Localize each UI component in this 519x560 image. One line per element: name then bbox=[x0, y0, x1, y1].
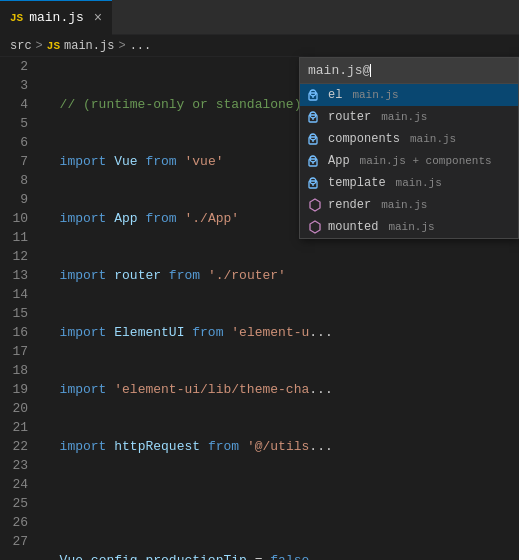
autocomplete-dropdown[interactable]: main.js@ el main.js router main.js bbox=[299, 57, 519, 239]
editor: 2 3 4 5 6 7 8 9 10 11 12 13 14 15 16 17 … bbox=[0, 57, 519, 560]
item-label-app: App bbox=[328, 154, 350, 168]
item-source-mounted: main.js bbox=[388, 221, 434, 233]
autocomplete-item-app[interactable]: App main.js + components bbox=[300, 150, 518, 172]
item-source-template: main.js bbox=[396, 177, 442, 189]
key-icon-router bbox=[308, 110, 322, 124]
autocomplete-item-el[interactable]: el main.js bbox=[300, 84, 518, 106]
key-icon-template bbox=[308, 176, 322, 190]
key-icon-components bbox=[308, 132, 322, 146]
tab-bar: JS main.js × bbox=[0, 0, 519, 35]
item-source-render: main.js bbox=[381, 199, 427, 211]
hex-icon-mounted bbox=[308, 220, 322, 234]
breadcrumb-js-icon: JS bbox=[47, 40, 60, 52]
item-label-mounted: mounted bbox=[328, 220, 378, 234]
code-line-7: import 'element-ui/lib/theme-cha... bbox=[44, 380, 519, 399]
item-label-components: components bbox=[328, 132, 400, 146]
item-source-router: main.js bbox=[381, 111, 427, 123]
item-label-render: render bbox=[328, 198, 371, 212]
line-numbers: 2 3 4 5 6 7 8 9 10 11 12 13 14 15 16 17 … bbox=[0, 57, 36, 560]
breadcrumb-file: main.js bbox=[64, 39, 114, 53]
breadcrumb-src: src bbox=[10, 39, 32, 53]
item-source-el: main.js bbox=[352, 89, 398, 101]
code-line-5: import router from './router' bbox=[44, 266, 519, 285]
code-line-10: Vue.config.productionTip = false bbox=[44, 551, 519, 560]
item-label-el: el bbox=[328, 88, 342, 102]
code-line-6: import ElementUI from 'element-u... bbox=[44, 323, 519, 342]
autocomplete-item-components[interactable]: components main.js bbox=[300, 128, 518, 150]
item-source-components: main.js bbox=[410, 133, 456, 145]
svg-marker-16 bbox=[310, 221, 320, 233]
tab-close-button[interactable]: × bbox=[94, 10, 102, 26]
breadcrumb-more: ... bbox=[130, 39, 152, 53]
item-label-template: template bbox=[328, 176, 386, 190]
tab-label: main.js bbox=[29, 10, 84, 25]
breadcrumb-sep2: > bbox=[118, 39, 125, 53]
autocomplete-item-render[interactable]: render main.js bbox=[300, 194, 518, 216]
breadcrumb-sep1: > bbox=[36, 39, 43, 53]
item-label-router: router bbox=[328, 110, 371, 124]
svg-marker-15 bbox=[310, 199, 320, 211]
autocomplete-item-router[interactable]: router main.js bbox=[300, 106, 518, 128]
code-line-9 bbox=[44, 494, 519, 513]
autocomplete-item-template[interactable]: template main.js bbox=[300, 172, 518, 194]
breadcrumb: src > JS main.js > ... bbox=[0, 35, 519, 57]
key-icon bbox=[308, 88, 322, 102]
tab-main-js[interactable]: JS main.js × bbox=[0, 0, 112, 35]
code-line-8: import httpRequest from '@/utils... bbox=[44, 437, 519, 456]
autocomplete-search[interactable]: main.js@ bbox=[300, 58, 518, 84]
item-source-app: main.js + components bbox=[360, 155, 492, 167]
key-icon-app bbox=[308, 154, 322, 168]
autocomplete-search-text: main.js@ bbox=[308, 63, 510, 78]
tab-js-icon: JS bbox=[10, 12, 23, 24]
hex-icon-render bbox=[308, 198, 322, 212]
autocomplete-item-mounted[interactable]: mounted main.js bbox=[300, 216, 518, 238]
